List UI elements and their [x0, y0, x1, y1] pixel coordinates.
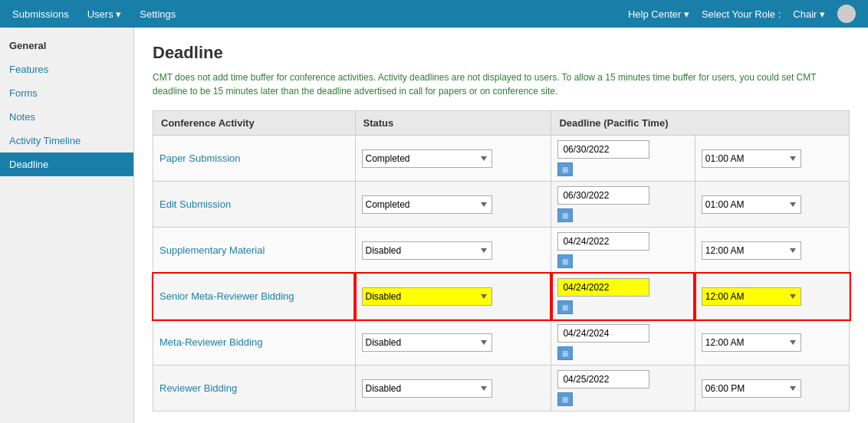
table-row: Senior Meta-Reviewer BiddingCompletedDis… [153, 274, 850, 320]
time-cell: 12:00 AM01:00 AM02:00 AM03:00 AM06:00 PM… [695, 274, 849, 320]
sidebar-item-deadline[interactable]: Deadline [0, 152, 133, 176]
time-select[interactable]: 12:00 AM01:00 AM02:00 AM03:00 AM06:00 PM… [702, 195, 801, 214]
status-select[interactable]: CompletedDisabledActive [362, 149, 492, 168]
table-row: Supplementary MaterialCompletedDisabledA… [153, 228, 850, 274]
time-cell: 12:00 AM01:00 AM02:00 AM03:00 AM06:00 PM… [695, 182, 849, 228]
status-select[interactable]: CompletedDisabledActive [362, 287, 492, 306]
activity-name: Paper Submission [153, 136, 356, 182]
date-cell: ⊞ [551, 136, 695, 182]
status-cell: CompletedDisabledActive [355, 320, 551, 366]
date-cell: ⊞ [551, 366, 695, 412]
activity-link[interactable]: Paper Submission [159, 152, 241, 164]
sidebar: General Features Forms Notes Activity Ti… [0, 28, 134, 423]
status-select[interactable]: CompletedDisabledActive [362, 195, 492, 214]
status-cell: CompletedDisabledActive [355, 274, 551, 320]
calendar-icon[interactable]: ⊞ [557, 162, 573, 176]
sidebar-item-forms[interactable]: Forms [0, 81, 133, 105]
user-avatar[interactable] [837, 5, 856, 23]
sidebar-item-activity-timeline[interactable]: Activity Timeline [0, 129, 133, 152]
col-header-status: Status [355, 111, 551, 136]
status-select[interactable]: CompletedDisabledActive [362, 379, 492, 398]
info-box: CMT does not add time buffer for confere… [153, 70, 850, 98]
status-cell: CompletedDisabledActive [355, 136, 551, 182]
time-select[interactable]: 12:00 AM01:00 AM02:00 AM03:00 AM06:00 PM… [702, 149, 801, 168]
activity-link[interactable]: Supplementary Material [159, 244, 265, 256]
date-input[interactable] [557, 232, 649, 251]
date-cell: ⊞ [551, 274, 695, 320]
role-label: Select Your Role : [702, 8, 781, 20]
activity-name: Reviewer Bidding [153, 366, 356, 412]
col-header-deadline: Deadline (Pacific Time) [551, 111, 850, 136]
deadline-table: Conference Activity Status Deadline (Pac… [153, 110, 850, 412]
calendar-icon[interactable]: ⊞ [557, 254, 573, 268]
page-title: Deadline [153, 43, 850, 63]
status-cell: CompletedDisabledActive [355, 228, 551, 274]
calendar-icon[interactable]: ⊞ [557, 392, 573, 406]
main-layout: General Features Forms Notes Activity Ti… [0, 28, 868, 423]
sidebar-item-features[interactable]: Features [0, 57, 133, 81]
date-input[interactable] [557, 278, 649, 297]
activity-link[interactable]: Reviewer Bidding [159, 382, 237, 394]
role-value[interactable]: Chair ▾ [793, 8, 825, 20]
date-cell: ⊞ [551, 228, 695, 274]
date-cell: ⊞ [551, 320, 695, 366]
time-select[interactable]: 12:00 AM01:00 AM02:00 AM03:00 AM06:00 PM… [702, 241, 801, 260]
activity-link[interactable]: Edit Submission [159, 198, 231, 210]
top-nav: Submissions Users ▾ Settings Help Center… [0, 0, 868, 28]
time-select[interactable]: 12:00 AM01:00 AM02:00 AM03:00 AM06:00 PM… [702, 287, 801, 306]
status-cell: CompletedDisabledActive [355, 182, 551, 228]
date-input[interactable] [557, 324, 649, 343]
sidebar-item-general: General [0, 34, 133, 57]
time-select[interactable]: 12:00 AM01:00 AM02:00 AM03:00 AM06:00 PM… [702, 333, 801, 352]
table-row: Reviewer BiddingCompletedDisabledActive⊞… [153, 366, 850, 412]
calendar-icon[interactable]: ⊞ [557, 300, 573, 314]
date-input[interactable] [557, 186, 649, 205]
date-cell: ⊞ [551, 182, 695, 228]
calendar-icon[interactable]: ⊞ [557, 208, 573, 222]
date-input[interactable] [557, 370, 649, 389]
time-cell: 12:00 AM01:00 AM02:00 AM03:00 AM06:00 PM… [695, 366, 849, 412]
sidebar-item-notes[interactable]: Notes [0, 105, 133, 129]
col-header-activity: Conference Activity [153, 111, 356, 136]
calendar-icon[interactable]: ⊞ [557, 346, 573, 360]
table-row: Paper SubmissionCompletedDisabledActive⊞… [153, 136, 850, 182]
activity-name: Senior Meta-Reviewer Bidding [153, 274, 356, 320]
nav-submissions[interactable]: Submissions [12, 8, 69, 20]
activity-name: Supplementary Material [153, 228, 356, 274]
help-center[interactable]: Help Center ▾ [628, 8, 689, 20]
activity-name: Edit Submission [153, 182, 356, 228]
table-row: Meta-Reviewer BiddingCompletedDisabledAc… [153, 320, 850, 366]
time-cell: 12:00 AM01:00 AM02:00 AM03:00 AM06:00 PM… [695, 228, 849, 274]
activity-link[interactable]: Meta-Reviewer Bidding [159, 336, 262, 348]
date-input[interactable] [557, 140, 649, 159]
table-row: Edit SubmissionCompletedDisabledActive⊞1… [153, 182, 850, 228]
nav-users[interactable]: Users ▾ [87, 8, 122, 20]
main-content: Deadline CMT does not add time buffer fo… [134, 28, 868, 423]
status-cell: CompletedDisabledActive [355, 366, 551, 412]
time-cell: 12:00 AM01:00 AM02:00 AM03:00 AM06:00 PM… [695, 136, 849, 182]
status-select[interactable]: CompletedDisabledActive [362, 241, 492, 260]
activity-link[interactable]: Senior Meta-Reviewer Bidding [159, 290, 294, 302]
top-nav-left: Submissions Users ▾ Settings [12, 8, 176, 20]
status-select[interactable]: CompletedDisabledActive [362, 333, 492, 352]
time-select[interactable]: 12:00 AM01:00 AM02:00 AM03:00 AM06:00 PM… [702, 379, 801, 398]
time-cell: 12:00 AM01:00 AM02:00 AM03:00 AM06:00 PM… [695, 320, 849, 366]
activity-name: Meta-Reviewer Bidding [153, 320, 356, 366]
nav-settings[interactable]: Settings [140, 8, 176, 20]
top-nav-right: Help Center ▾ Select Your Role : Chair ▾ [628, 5, 856, 23]
